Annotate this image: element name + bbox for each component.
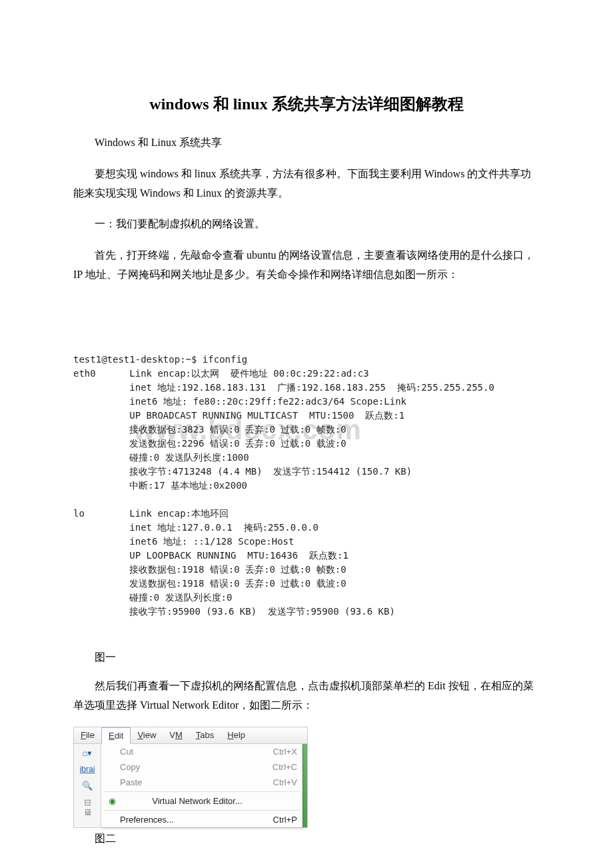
edit-dropdown: Cut Ctrl+X Copy Ctrl+C Paste Ctrl+V ◉ Vi… xyxy=(101,744,303,827)
figure-1-label: 图一 xyxy=(73,651,540,665)
lo-l8: 接收字节:95900 (93.6 KB) 发送字节:95900 (93.6 KB… xyxy=(129,606,395,617)
eth0-l1: Link encap:以太网 硬件地址 00:0c:29:22:ad:c3 xyxy=(129,368,368,379)
lo-l6: 发送数据包:1918 错误:0 丢弃:0 过载:0 载波:0 xyxy=(129,578,346,589)
paragraph-1: 首先，打开终端，先敲命令查看 ubuntu 的网络设置信息，主要查看该网络使用的… xyxy=(73,246,540,285)
terminal-output: www.bdocx.com test1@test1-desktop:~$ ifc… xyxy=(73,297,540,647)
menu-item-cut[interactable]: Cut Ctrl+X xyxy=(101,744,303,759)
vmware-menu-screenshot: FFileile EditEdit ViewView VMVM TabsTabs… xyxy=(73,727,308,828)
iface-eth0-name: eth0 xyxy=(73,368,96,379)
lo-l1: Link encap:本地环回 xyxy=(129,508,229,519)
intro-line-1: Windows 和 Linux 系统共享 xyxy=(73,133,540,153)
eth0-l6: 发送数据包:2296 错误:0 丢弃:0 过载:0 载波:0 xyxy=(129,438,346,449)
menu-help[interactable]: HelpHelp xyxy=(221,727,252,743)
menu-item-virtual-network-editor[interactable]: ◉ Virtual Network Editor... xyxy=(101,793,303,809)
menu-item-paste[interactable]: Paste Ctrl+V xyxy=(101,775,303,790)
menu-item-copy[interactable]: Copy Ctrl+C xyxy=(101,759,303,775)
lo-l2: inet 地址:127.0.0.1 掩码:255.0.0.0 xyxy=(129,522,318,533)
menu-view[interactable]: ViewView xyxy=(131,727,163,743)
menu-edit[interactable]: EditEdit xyxy=(101,727,131,744)
lo-l5: 接收数据包:1918 错误:0 丢弃:0 过载:0 帧数:0 xyxy=(129,564,346,575)
menu-item-preferences[interactable]: Preferences... Ctrl+P xyxy=(101,812,303,827)
menu-vm[interactable]: VMVM xyxy=(163,727,189,743)
section-heading-1: 一：我们要配制虚拟机的网络设置。 xyxy=(73,215,540,234)
eth0-l9: 中断:17 基本地址:0x2000 xyxy=(129,480,247,491)
eth0-l5: 接收数据包:3823 错误:0 丢弃:0 过载:0 帧数:0 xyxy=(129,424,346,435)
menu-separator-2 xyxy=(104,810,300,811)
document-page: windows 和 linux 系统共享方法详细图解教程 Windows 和 L… xyxy=(0,0,613,868)
network-icon: ◉ xyxy=(107,796,117,806)
paragraph-2: 然后我们再查看一下虚拟机的网络配置信息，点击虚拟机顶部菜单栏的 Edit 按钮，… xyxy=(73,677,540,715)
home-icon[interactable]: ⌂▾ xyxy=(82,748,93,758)
library-label: ibrai xyxy=(79,765,97,774)
iface-lo-name: lo xyxy=(73,508,85,519)
page-title: windows 和 linux 系统共享方法详细图解教程 xyxy=(73,93,540,115)
tree-collapse-icon[interactable]: ⊟ 🖥 xyxy=(82,797,93,817)
menu-bar: FFileile EditEdit ViewView VMVM TabsTabs… xyxy=(74,727,307,744)
eth0-l3: inet6 地址: fe80::20c:29ff:fe22:adc3/64 Sc… xyxy=(129,396,406,407)
eth0-l8: 接收字节:4713248 (4.4 MB) 发送字节:154412 (150.7… xyxy=(129,466,412,477)
toolbar-left: ⌂▾ ibrai 🔍 ⊟ 🖥 xyxy=(74,744,101,827)
right-green-edge xyxy=(303,744,307,827)
eth0-l4: UP BROADCAST RUNNING MULTICAST MTU:1500 … xyxy=(129,410,404,421)
search-icon[interactable]: 🔍 xyxy=(82,781,93,791)
lo-l4: UP LOOPBACK RUNNING MTU:16436 跃点数:1 xyxy=(129,550,348,561)
eth0-l2: inet 地址:192.168.183.131 广播:192.168.183.2… xyxy=(129,382,494,393)
menu-file[interactable]: FFileile xyxy=(74,727,101,743)
lo-l7: 碰撞:0 发送队列长度:0 xyxy=(129,592,232,603)
menu-tabs[interactable]: TabsTabs xyxy=(189,727,221,743)
lo-l3: inet6 地址: ::1/128 Scope:Host xyxy=(129,536,294,547)
menu-separator xyxy=(104,791,300,792)
intro-line-2: 要想实现 windows 和 linux 系统共享，方法有很多种。下面我主要利用… xyxy=(73,165,540,203)
eth0-l7: 碰撞:0 发送队列长度:1000 xyxy=(129,452,249,463)
figure-2-label: 图二 xyxy=(73,832,540,846)
terminal-prompt: test1@test1-desktop:~$ ifconfig xyxy=(73,354,247,365)
